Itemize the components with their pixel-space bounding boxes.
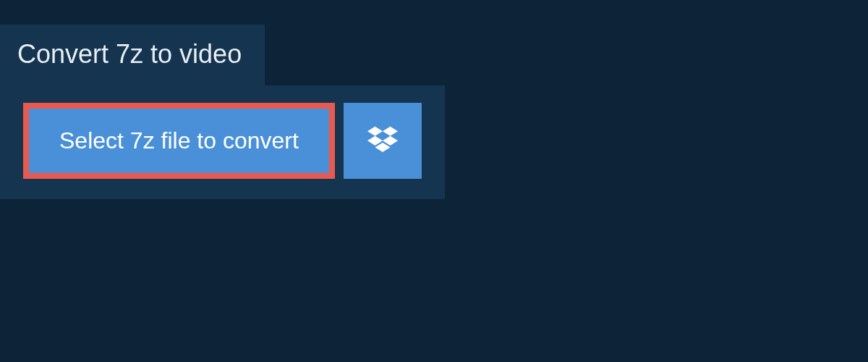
page-title-tab: Convert 7z to video [0, 25, 265, 85]
select-button-highlight: Select 7z file to convert [23, 103, 335, 179]
page-title: Convert 7z to video [17, 39, 242, 69]
select-file-label: Select 7z file to convert [59, 127, 299, 154]
dropbox-button[interactable] [344, 103, 422, 179]
select-file-button[interactable]: Select 7z file to convert [29, 109, 329, 173]
dropbox-icon [367, 125, 398, 157]
upload-panel: Select 7z file to convert [0, 85, 445, 199]
